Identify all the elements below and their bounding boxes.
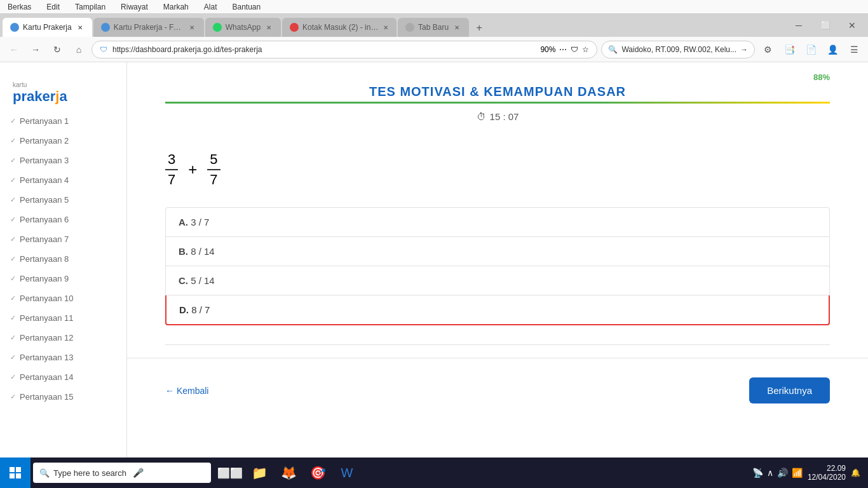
bookmark-icon[interactable]: ☆ (582, 45, 589, 54)
sidebar-item-11[interactable]: ✓Pertanyaan 11 (0, 308, 126, 328)
menu-berkas[interactable]: Berkas (5, 1, 34, 13)
question-area: 3 7 + 5 7 A. 3 / 7B. 8 / 14C. 5 / 14D. 8… (127, 132, 868, 338)
menu-edit[interactable]: Edit (44, 1, 62, 13)
tab-close-4[interactable]: ✕ (383, 23, 390, 32)
fraction-1: 3 7 (165, 151, 178, 188)
tab-label-3: WhatsApp (226, 23, 261, 32)
reader-icon[interactable]: 📄 (802, 41, 820, 58)
chevron-up-icon[interactable]: ∧ (767, 468, 773, 478)
sidebar-item-5[interactable]: ✓Pertanyaan 5 (0, 190, 126, 210)
search-icon: 🔍 (608, 45, 618, 54)
logo-prakerja-text: prakerja (13, 88, 126, 105)
sidebar-item-4[interactable]: ✓Pertanyaan 4 (0, 170, 126, 190)
menu-riwayat[interactable]: Riwayat (118, 1, 151, 13)
title-area: 88% TES MOTIVASI & KEMAMPUAN DASAR (127, 62, 868, 104)
forward-button[interactable]: → (27, 41, 44, 58)
sync-icon[interactable]: 👤 (824, 41, 841, 58)
back-navigation-button[interactable]: ← Kembali (165, 386, 208, 396)
tab-label-2: Kartu Prakerja - FAQ (114, 23, 184, 32)
sidebar-item-12[interactable]: ✓Pertanyaan 12 (0, 328, 126, 348)
sidebar-check-9: ✓ (10, 274, 16, 283)
menu-icon[interactable]: ☰ (845, 41, 863, 58)
sidebar-check-14: ✓ (10, 373, 16, 381)
sidebar-item-3[interactable]: ✓Pertanyaan 3 (0, 151, 126, 170)
svg-rect-2 (10, 473, 15, 478)
logo-o: j (55, 88, 59, 104)
answer-option-C[interactable]: C. 5 / 14 (165, 266, 830, 295)
sidebar-check-4: ✓ (10, 176, 16, 184)
sidebar-item-6[interactable]: ✓Pertanyaan 6 (0, 210, 126, 229)
home-button[interactable]: ⌂ (70, 41, 88, 58)
tab-favicon-3 (213, 23, 222, 32)
tab-close-5[interactable]: ✕ (452, 23, 461, 32)
sidebar-item-7[interactable]: ✓Pertanyaan 7 (0, 229, 126, 249)
next-navigation-button[interactable]: Berikutnya (749, 377, 830, 403)
bookmarks-icon[interactable]: 📑 (780, 41, 798, 58)
plus-operator: + (188, 161, 197, 179)
sidebar-check-5: ✓ (10, 196, 16, 204)
answer-option-D[interactable]: D. 8 / 7 (165, 295, 830, 325)
tab-kartu-prakerja[interactable]: Kartu Prakerja ✕ (3, 18, 92, 37)
minimize-button[interactable]: ─ (785, 17, 812, 34)
menu-markah[interactable]: Markah (161, 1, 191, 13)
taskbar-system-icons: 📡 ∧ 🔊 📶 (752, 468, 803, 478)
start-button[interactable] (0, 458, 31, 488)
answer-option-B[interactable]: B. 8 / 14 (165, 237, 830, 266)
tab-faq[interactable]: Kartu Prakerja - FAQ ✕ (93, 18, 204, 37)
tab-close-3[interactable]: ✕ (264, 23, 273, 32)
maximize-button[interactable]: ⬜ (812, 17, 839, 34)
taskbar-time: 22.09 12/04/2020 (808, 464, 846, 482)
sidebar-item-13[interactable]: ✓Pertanyaan 13 (0, 348, 126, 367)
notification-icon[interactable]: 🔔 (851, 468, 860, 477)
taskbar-search-icon: 🔍 (39, 468, 50, 478)
extensions-icon[interactable]: ⚙ (759, 41, 776, 58)
sidebar-check-7: ✓ (10, 235, 16, 243)
sidebar-item-9[interactable]: ✓Pertanyaan 9 (0, 269, 126, 288)
svg-rect-0 (10, 467, 15, 472)
back-button[interactable]: ← (5, 41, 23, 58)
close-button[interactable]: ✕ (839, 17, 865, 34)
more-options-icon[interactable]: ⋯ (559, 45, 567, 54)
sidebar-items-container: ✓Pertanyaan 1✓Pertanyaan 2✓Pertanyaan 3✓… (0, 111, 126, 407)
tab-favicon-5 (405, 23, 414, 32)
reload-button[interactable]: ↻ (48, 41, 66, 58)
denominator-1: 7 (165, 170, 178, 188)
sidebar-check-6: ✓ (10, 215, 16, 224)
task-view-button[interactable]: ⬜⬜ (216, 459, 244, 487)
tab-baru[interactable]: Tab Baru ✕ (398, 18, 469, 37)
taskbar-search-placeholder: Type here to search (53, 468, 126, 478)
tab-close-2[interactable]: ✕ (187, 23, 196, 32)
tab-whatsapp[interactable]: WhatsApp ✕ (205, 18, 281, 37)
address-bar[interactable]: 🛡 https://dashboard.prakerja.go.id/tes-p… (92, 41, 597, 58)
sidebar-item-10[interactable]: ✓Pertanyaan 10 (0, 288, 126, 308)
sidebar-item-15[interactable]: ✓Pertanyaan 15 (0, 387, 126, 407)
new-tab-button[interactable]: + (470, 19, 488, 37)
tab-kotak-masuk[interactable]: Kotak Masuk (2) - inaseven70 ✕ (282, 18, 397, 37)
sidebar-item-14[interactable]: ✓Pertanyaan 14 (0, 367, 126, 387)
file-explorer-app[interactable]: 📁 (245, 459, 273, 487)
answer-option-A[interactable]: A. 3 / 7 (165, 207, 830, 237)
sidebar-item-8[interactable]: ✓Pertanyaan 8 (0, 249, 126, 269)
search-bar[interactable]: 🔍 Waidoko, RT.009, RW.002, Kelu... → (601, 41, 755, 58)
taskbar-search[interactable]: 🔍 Type here to search 🎤 (33, 463, 211, 483)
network-icon: 📡 (752, 468, 763, 478)
taskbar-apps: ⬜⬜ 📁 🦊 🎯 W (216, 459, 361, 487)
sidebar-item-2[interactable]: ✓Pertanyaan 2 (0, 131, 126, 151)
answer-options: A. 3 / 7B. 8 / 14C. 5 / 14D. 8 / 7 (165, 207, 830, 325)
firefox-app[interactable]: 🦊 (275, 459, 302, 487)
menu-tampilan[interactable]: Tampilan (72, 1, 108, 13)
sidebar-item-1[interactable]: ✓Pertanyaan 1 (0, 111, 126, 131)
main-content: 88% TES MOTIVASI & KEMAMPUAN DASAR ⏱ 15 … (127, 62, 868, 469)
sidebar-check-2: ✓ (10, 137, 16, 145)
page-wrapper: kartu prakerja ✓Pertanyaan 1✓Pertanyaan … (0, 62, 868, 469)
app-4[interactable]: 🎯 (304, 459, 332, 487)
arrow-icon: → (740, 45, 748, 54)
tab-label-4: Kotak Masuk (2) - inaseven70 (302, 23, 379, 32)
menu-bantuan[interactable]: Bantuan (229, 1, 263, 13)
word-app[interactable]: W (333, 459, 361, 487)
address-bar-row: ← → ↻ ⌂ 🛡 https://dashboard.prakerja.go.… (0, 37, 868, 62)
menu-alat[interactable]: Alat (201, 1, 220, 13)
volume-icon[interactable]: 🔊 (777, 468, 788, 478)
tab-close-1[interactable]: ✕ (76, 23, 85, 32)
toolbar-icons: ⚙ 📑 📄 👤 ☰ (759, 41, 863, 58)
